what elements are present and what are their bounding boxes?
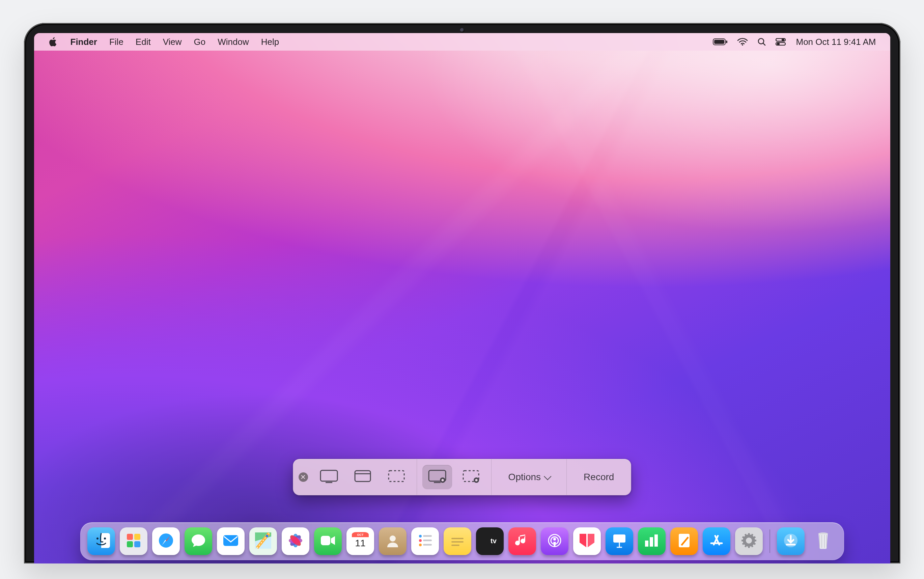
record-selection-button[interactable] bbox=[456, 465, 486, 489]
dock-app-reminders[interactable] bbox=[411, 527, 439, 555]
pages-icon bbox=[675, 531, 694, 551]
svg-text:tv: tv bbox=[490, 537, 497, 545]
dock-app-safari[interactable] bbox=[152, 527, 180, 555]
svg-rect-21 bbox=[134, 534, 140, 540]
svg-rect-1 bbox=[714, 40, 724, 44]
podcasts-icon bbox=[545, 531, 564, 551]
safari-icon bbox=[157, 531, 175, 551]
dock-app-appletv[interactable]: tv bbox=[476, 527, 504, 555]
svg-point-19 bbox=[104, 538, 106, 540]
battery-status[interactable] bbox=[708, 33, 732, 51]
dock-app-facetime[interactable] bbox=[314, 527, 342, 555]
screen-icon bbox=[320, 469, 338, 486]
screen: Finder File Edit View Go Window Help bbox=[34, 33, 890, 563]
svg-point-46 bbox=[419, 539, 422, 542]
svg-rect-59 bbox=[650, 537, 653, 546]
capture-selection-button[interactable] bbox=[382, 465, 411, 489]
maps-icon bbox=[254, 531, 273, 551]
dock-app-trash[interactable] bbox=[809, 527, 837, 555]
dock-app-settings[interactable] bbox=[735, 527, 763, 555]
window-icon bbox=[353, 469, 372, 486]
svg-rect-11 bbox=[389, 471, 404, 481]
dock-app-contacts[interactable] bbox=[379, 527, 406, 555]
svg-rect-2 bbox=[726, 41, 727, 43]
svg-rect-22 bbox=[127, 541, 133, 547]
dock-app-notes[interactable] bbox=[444, 527, 471, 555]
mail-icon bbox=[221, 531, 240, 551]
screenshot-options-menu[interactable]: Options bbox=[497, 472, 562, 483]
launchpad-icon bbox=[124, 531, 143, 551]
record-screen-icon bbox=[428, 469, 447, 486]
menu-file[interactable]: File bbox=[103, 33, 129, 51]
dock-app-appstore[interactable] bbox=[703, 527, 730, 555]
svg-rect-51 bbox=[451, 541, 464, 543]
svg-rect-58 bbox=[645, 541, 648, 546]
svg-rect-49 bbox=[423, 544, 432, 546]
dock-app-music[interactable] bbox=[508, 527, 536, 555]
dock-app-maps[interactable] bbox=[249, 527, 277, 555]
svg-rect-45 bbox=[423, 535, 432, 537]
appstore-icon bbox=[707, 531, 726, 551]
dock-app-keynote[interactable] bbox=[606, 527, 633, 555]
contacts-icon bbox=[383, 531, 402, 551]
screenshot-record-button[interactable]: Record bbox=[572, 472, 625, 483]
capture-entire-screen-button[interactable] bbox=[314, 465, 344, 489]
options-label: Options bbox=[508, 472, 541, 483]
notes-icon bbox=[448, 531, 467, 551]
svg-point-63 bbox=[746, 538, 752, 543]
battery-icon bbox=[713, 38, 728, 46]
menu-view[interactable]: View bbox=[157, 33, 188, 51]
svg-rect-52 bbox=[451, 545, 459, 546]
svg-point-43 bbox=[390, 535, 396, 541]
numbers-icon bbox=[642, 531, 661, 551]
dock-app-numbers[interactable] bbox=[638, 527, 666, 555]
dock-app-podcasts[interactable] bbox=[541, 527, 568, 555]
record-entire-screen-button[interactable] bbox=[422, 465, 452, 489]
svg-point-17 bbox=[475, 479, 477, 481]
svg-point-18 bbox=[96, 538, 98, 540]
menu-help[interactable]: Help bbox=[255, 33, 285, 51]
control-center[interactable] bbox=[771, 33, 790, 51]
svg-rect-50 bbox=[451, 538, 464, 539]
calendar-icon: OCT11 bbox=[351, 531, 370, 551]
apple-menu[interactable] bbox=[42, 33, 64, 51]
dock-app-launchpad[interactable] bbox=[120, 527, 147, 555]
app-name-menu[interactable]: Finder bbox=[64, 33, 103, 51]
spotlight-search[interactable] bbox=[753, 33, 771, 51]
svg-point-14 bbox=[441, 479, 444, 481]
screenshot-close-button[interactable]: ✕ bbox=[299, 473, 308, 482]
dock: OCT11tv bbox=[80, 522, 844, 560]
svg-rect-57 bbox=[613, 535, 625, 543]
dock-app-messages[interactable] bbox=[184, 527, 212, 555]
menu-bar-clock[interactable]: Mon Oct 11 9:41 AM bbox=[790, 33, 880, 51]
capture-window-button[interactable] bbox=[348, 465, 377, 489]
apple-logo-icon bbox=[48, 37, 58, 47]
dock-app-calendar[interactable]: OCT11 bbox=[346, 527, 374, 555]
control-center-icon bbox=[775, 38, 786, 46]
svg-point-8 bbox=[777, 43, 779, 45]
svg-rect-9 bbox=[320, 470, 337, 481]
menu-window[interactable]: Window bbox=[212, 33, 255, 51]
dock-app-downloads[interactable] bbox=[777, 527, 805, 555]
svg-point-6 bbox=[782, 39, 784, 41]
dock-app-pages[interactable] bbox=[670, 527, 698, 555]
dock-separator bbox=[769, 529, 770, 553]
photos-icon bbox=[286, 531, 305, 551]
close-icon: ✕ bbox=[300, 474, 306, 481]
camera-notch bbox=[460, 28, 465, 33]
dock-app-finder[interactable] bbox=[87, 527, 115, 555]
settings-icon bbox=[740, 531, 758, 551]
dock-app-photos[interactable] bbox=[282, 527, 309, 555]
dock-container: OCT11tv bbox=[80, 522, 844, 560]
dock-app-mail[interactable] bbox=[217, 527, 245, 555]
news-icon bbox=[578, 531, 596, 551]
wifi-status[interactable] bbox=[732, 33, 753, 51]
menu-go[interactable]: Go bbox=[188, 33, 212, 51]
menu-edit[interactable]: Edit bbox=[129, 33, 157, 51]
finder-icon bbox=[92, 531, 111, 551]
facetime-icon bbox=[318, 531, 337, 551]
svg-point-3 bbox=[742, 44, 743, 46]
dock-app-news[interactable] bbox=[573, 527, 601, 555]
svg-text:11: 11 bbox=[355, 538, 365, 548]
svg-point-56 bbox=[553, 538, 556, 541]
